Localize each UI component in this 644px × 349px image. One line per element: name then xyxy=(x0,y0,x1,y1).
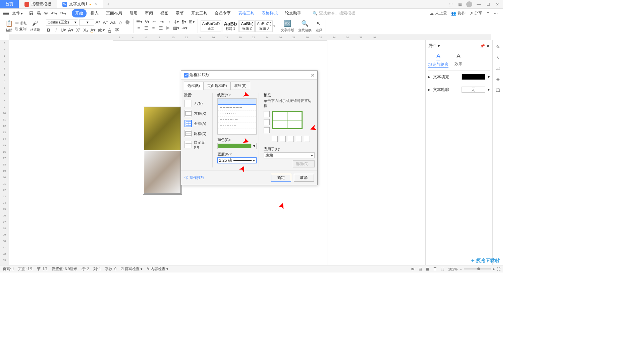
text-fill-row[interactable]: ▸ 文本填充▾ xyxy=(428,70,490,83)
view-page-icon[interactable]: ▤ xyxy=(419,267,422,271)
more-icon[interactable]: ⋯ xyxy=(494,11,498,16)
styles-more-icon[interactable]: ▾ xyxy=(273,24,275,28)
status-pos[interactable]: 设置值: 6.9厘米 xyxy=(52,266,77,271)
border-diag2-btn[interactable] xyxy=(304,136,310,142)
font-select[interactable]: Calibri (正文)▾ xyxy=(46,19,78,26)
tab-icon[interactable]: ⇥▾ xyxy=(181,26,187,31)
document-table[interactable] xyxy=(143,106,182,195)
tab-document[interactable]: W文字文稿1•✕ xyxy=(57,0,103,8)
numbering-icon[interactable]: ⅟▾ xyxy=(145,19,150,24)
super-icon[interactable]: X² xyxy=(75,28,81,33)
status-section[interactable]: 节: 1/1 xyxy=(37,266,48,271)
tab-effect[interactable]: A效果 xyxy=(454,53,463,68)
grid-icon[interactable]: ▦ xyxy=(457,2,463,7)
settings-icon[interactable]: ⇄ xyxy=(496,66,500,71)
border-vmid-btn[interactable] xyxy=(288,136,294,142)
pin-icon[interactable]: 📌 xyxy=(480,44,485,48)
status-col[interactable]: 列: 1 xyxy=(93,266,101,271)
underline-icon[interactable]: U▾ xyxy=(61,28,66,33)
menu-review[interactable]: 审阅 xyxy=(142,9,156,17)
style-body[interactable]: AaBbCcD正文 xyxy=(201,20,222,32)
font-color-icon[interactable]: A▾ xyxy=(90,28,96,33)
select-button[interactable]: ↖选择 xyxy=(316,20,322,33)
status-spell[interactable]: ☑ 拼写检查 ▾ xyxy=(120,266,143,271)
border-left-btn[interactable] xyxy=(280,136,286,142)
typeset-button[interactable]: 🔤文字排版 xyxy=(281,20,294,33)
menu-ref[interactable]: 引用 xyxy=(126,9,141,17)
save-icon[interactable]: 🖬 xyxy=(29,11,34,16)
redo-icon[interactable]: ↷▾ xyxy=(60,11,66,16)
style-h3[interactable]: AaBbC(标题 3 xyxy=(255,20,273,32)
sub-icon[interactable]: X₂ xyxy=(83,28,88,33)
justify-icon[interactable]: ☰ xyxy=(158,26,164,31)
menu-icon[interactable] xyxy=(3,12,9,15)
tab-templates[interactable]: 找稻壳模板 xyxy=(19,0,57,8)
char-shading-icon[interactable]: 字 xyxy=(114,27,120,33)
align-right-icon[interactable]: ≡ xyxy=(151,26,156,31)
indent-icon[interactable]: ⇥ xyxy=(159,19,165,24)
avatar[interactable] xyxy=(466,1,472,7)
share-button[interactable]: ↗ 分享 xyxy=(470,10,482,16)
sort-icon[interactable]: ↕ xyxy=(167,19,172,24)
status-content[interactable]: ✎ 内容检查 ▾ xyxy=(147,266,168,271)
copy-button[interactable]: ⎘复制 xyxy=(15,27,28,32)
status-line[interactable]: 行: 2 xyxy=(81,266,89,271)
view-web-icon[interactable]: ▦ xyxy=(426,267,429,271)
command-search[interactable]: 🔍 查找命令、搜索模板 xyxy=(313,10,355,16)
menu-section[interactable]: 章节 xyxy=(172,9,187,17)
status-page[interactable]: 页码: 1 xyxy=(3,266,14,271)
close-icon[interactable]: ✕ xyxy=(95,2,98,6)
line-space-icon[interactable]: ‡▾ xyxy=(174,19,179,24)
border-hmid-btn[interactable] xyxy=(264,119,270,125)
zoom-slider[interactable] xyxy=(464,268,491,269)
menu-table-style[interactable]: 表格样式 xyxy=(258,9,281,17)
zoom-out-icon[interactable]: − xyxy=(460,267,462,271)
book-icon[interactable]: 🕮 xyxy=(496,87,500,93)
fill-swatch[interactable] xyxy=(462,74,485,80)
border-right-btn[interactable] xyxy=(296,136,302,142)
zoom-in-icon[interactable]: + xyxy=(493,267,495,271)
format-painter[interactable]: 🖌格式刷 xyxy=(30,20,40,32)
nav-icon[interactable]: ◈ xyxy=(496,77,500,82)
cut-button[interactable]: ✂剪切 xyxy=(15,21,28,26)
fullscreen-icon[interactable]: ⛶ xyxy=(497,267,500,271)
align-left-icon[interactable]: ≡ xyxy=(136,26,142,31)
width-select[interactable]: 2.25 磅▾ xyxy=(217,157,257,163)
cancel-button[interactable]: 取消 xyxy=(294,174,314,182)
border-top-btn[interactable] xyxy=(264,111,270,117)
dialog-close-icon[interactable]: ✕ xyxy=(311,72,315,78)
shrink-font-icon[interactable]: A⁻ xyxy=(103,20,108,25)
maximize-icon[interactable]: ☐ xyxy=(485,2,491,7)
dialog-tab-shading[interactable]: 底纹(S) xyxy=(230,82,250,90)
zoom-value[interactable]: 102% xyxy=(448,267,458,271)
view-read-icon[interactable]: 👁 xyxy=(411,267,415,271)
tab-fill[interactable]: A填充与轮廓 xyxy=(428,53,448,68)
clear-format-icon[interactable]: ◇ xyxy=(118,20,123,25)
outdent-icon[interactable]: ⇤ xyxy=(152,19,157,24)
border-bottom-btn[interactable] xyxy=(264,127,270,133)
paste-button[interactable]: 📋粘贴 xyxy=(5,20,13,33)
size-select[interactable]: ▾ xyxy=(79,19,94,26)
menu-layout[interactable]: 页面布局 xyxy=(103,9,125,17)
tab-add[interactable]: + xyxy=(103,0,113,8)
border-diag1-btn[interactable] xyxy=(272,136,278,142)
table-cell-image[interactable] xyxy=(144,151,181,194)
cursor-icon[interactable]: ↖ xyxy=(496,55,500,60)
menu-member[interactable]: 会员专享 xyxy=(211,9,234,17)
setting-none[interactable]: 无(N) xyxy=(184,98,210,108)
menu-dev[interactable]: 开发工具 xyxy=(188,9,211,17)
setting-grid[interactable]: 网格(D) xyxy=(184,129,210,139)
table-cell-image[interactable] xyxy=(144,107,181,150)
view-outline-icon[interactable]: ☰ xyxy=(433,267,437,271)
status-pages[interactable]: 页面: 1/1 xyxy=(18,266,33,271)
collab-button[interactable]: 👥 协作 xyxy=(451,10,466,16)
highlight-icon[interactable]: ab▾ xyxy=(98,28,105,33)
tips-link[interactable]: ⓘ操作技巧 xyxy=(184,175,204,180)
color-select[interactable]: ▾ xyxy=(217,143,257,149)
cloud-status[interactable]: ☁ 未上云 xyxy=(430,10,447,16)
ok-button[interactable]: 确定 xyxy=(271,174,291,182)
pen-icon[interactable]: ✎ xyxy=(496,44,500,50)
border-icon[interactable]: ⊞▾ xyxy=(189,19,195,24)
pinyin-icon[interactable]: 拼 xyxy=(125,19,130,26)
change-case-icon[interactable]: Aa xyxy=(110,20,116,25)
